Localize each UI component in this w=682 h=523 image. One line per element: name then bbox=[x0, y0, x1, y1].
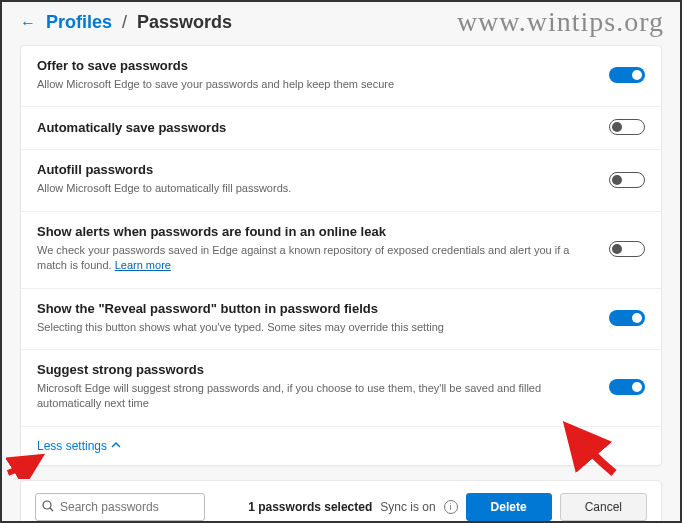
delete-button[interactable]: Delete bbox=[466, 493, 552, 521]
passwords-list-card: 1 passwords selected Sync is on i Delete… bbox=[20, 480, 662, 523]
setting-title: Automatically save passwords bbox=[37, 120, 595, 135]
setting-title: Suggest strong passwords bbox=[37, 362, 595, 377]
setting-desc: Allow Microsoft Edge to save your passwo… bbox=[37, 77, 595, 92]
back-icon[interactable]: ← bbox=[20, 14, 36, 32]
setting-desc: Allow Microsoft Edge to automatically fi… bbox=[37, 181, 595, 196]
toggle-auto-save[interactable] bbox=[609, 119, 645, 135]
setting-suggest-strong: Suggest strong passwords Microsoft Edge … bbox=[21, 350, 661, 427]
less-settings-link[interactable]: Less settings bbox=[21, 427, 661, 465]
breadcrumb-profiles-link[interactable]: Profiles bbox=[46, 12, 112, 33]
search-icon bbox=[42, 498, 54, 516]
passwords-toolbar: 1 passwords selected Sync is on i Delete… bbox=[35, 493, 647, 521]
setting-title: Show the "Reveal password" button in pas… bbox=[37, 301, 595, 316]
selected-count: 1 passwords selected bbox=[248, 500, 372, 514]
learn-more-link[interactable]: Learn more bbox=[115, 259, 171, 271]
toggle-show-alerts[interactable] bbox=[609, 241, 645, 257]
svg-point-0 bbox=[43, 501, 51, 509]
setting-title: Autofill passwords bbox=[37, 162, 595, 177]
sync-info-icon[interactable]: i bbox=[444, 500, 458, 514]
setting-offer-to-save: Offer to save passwords Allow Microsoft … bbox=[21, 46, 661, 107]
setting-show-alerts: Show alerts when passwords are found in … bbox=[21, 212, 661, 289]
setting-auto-save: Automatically save passwords bbox=[21, 107, 661, 150]
breadcrumb: ← Profiles / Passwords bbox=[2, 2, 680, 39]
search-input[interactable] bbox=[60, 500, 198, 514]
setting-autofill: Autofill passwords Allow Microsoft Edge … bbox=[21, 150, 661, 211]
breadcrumb-separator: / bbox=[122, 12, 127, 33]
cancel-button[interactable]: Cancel bbox=[560, 493, 647, 521]
toggle-offer-to-save[interactable] bbox=[609, 67, 645, 83]
svg-line-1 bbox=[50, 508, 53, 511]
setting-reveal-password: Show the "Reveal password" button in pas… bbox=[21, 289, 661, 350]
toggle-suggest-strong[interactable] bbox=[609, 379, 645, 395]
setting-desc: Microsoft Edge will suggest strong passw… bbox=[37, 381, 595, 412]
settings-card: Offer to save passwords Allow Microsoft … bbox=[20, 45, 662, 466]
setting-title: Show alerts when passwords are found in … bbox=[37, 224, 595, 239]
chevron-up-icon bbox=[111, 439, 121, 453]
page-title: Passwords bbox=[137, 12, 232, 33]
setting-title: Offer to save passwords bbox=[37, 58, 595, 73]
toggle-reveal-password[interactable] bbox=[609, 310, 645, 326]
setting-desc: Selecting this button shows what you've … bbox=[37, 320, 595, 335]
setting-desc: We check your passwords saved in Edge ag… bbox=[37, 243, 595, 274]
sync-status: Sync is on bbox=[380, 500, 435, 514]
toggle-autofill[interactable] bbox=[609, 172, 645, 188]
search-box[interactable] bbox=[35, 493, 205, 521]
